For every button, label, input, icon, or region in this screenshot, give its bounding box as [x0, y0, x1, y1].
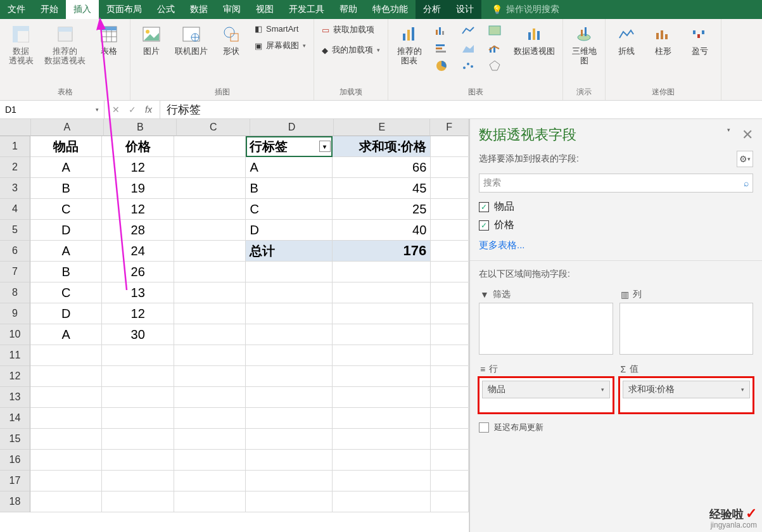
cell[interactable]: C: [30, 199, 103, 220]
cell[interactable]: [174, 157, 246, 178]
cell[interactable]: 价格: [102, 136, 174, 157]
cell[interactable]: B: [30, 178, 103, 199]
col-header-C[interactable]: C: [177, 119, 250, 136]
menu-tab-12[interactable]: 设计: [448, 0, 481, 19]
col-header-B[interactable]: B: [104, 119, 177, 136]
cell[interactable]: [431, 157, 469, 178]
cell[interactable]: [174, 282, 246, 303]
row-header[interactable]: 14: [0, 408, 30, 429]
cell[interactable]: 13: [102, 282, 174, 303]
cell[interactable]: 19: [102, 178, 174, 199]
pivot-row-value[interactable]: 66: [333, 157, 431, 178]
cell[interactable]: A: [30, 241, 103, 262]
filters-drop-area[interactable]: [479, 303, 613, 355]
row-header[interactable]: 8: [0, 282, 30, 303]
cell[interactable]: [333, 429, 431, 450]
cell[interactable]: [333, 366, 431, 387]
fx-icon[interactable]: fx: [145, 104, 152, 115]
cell[interactable]: [174, 366, 246, 387]
cell[interactable]: [431, 178, 469, 199]
menu-tab-1[interactable]: 开始: [33, 0, 66, 19]
cell[interactable]: [431, 408, 469, 429]
cell[interactable]: 12: [102, 157, 174, 178]
menu-tab-8[interactable]: 开发工具: [281, 0, 332, 19]
cell[interactable]: [174, 491, 246, 512]
cancel-icon[interactable]: ✕: [112, 104, 120, 115]
cell[interactable]: 24: [102, 241, 174, 262]
close-icon[interactable]: ✕: [742, 127, 753, 143]
cell[interactable]: [174, 241, 246, 262]
cell[interactable]: 26: [102, 262, 174, 282]
cell[interactable]: [30, 471, 103, 491]
cell[interactable]: [102, 471, 174, 491]
cell[interactable]: [333, 324, 431, 345]
cell[interactable]: [174, 387, 246, 408]
pivot-table-button[interactable]: 数据 透视表: [5, 23, 37, 67]
menu-tab-6[interactable]: 审阅: [215, 0, 248, 19]
cell[interactable]: [333, 450, 431, 471]
defer-layout-checkbox[interactable]: 延迟布局更新: [470, 415, 762, 440]
cell[interactable]: [333, 282, 431, 303]
cell[interactable]: B: [30, 262, 103, 282]
cell[interactable]: [246, 345, 332, 366]
cell[interactable]: [102, 345, 174, 366]
cell[interactable]: 28: [102, 220, 174, 241]
my-addins-button[interactable]: ◆ 我的加载项 ▾: [319, 43, 383, 57]
cell[interactable]: [333, 387, 431, 408]
cell[interactable]: [431, 303, 469, 324]
col-header-D[interactable]: D: [250, 119, 334, 136]
cell[interactable]: [102, 491, 174, 512]
spreadsheet-grid[interactable]: ABCDEF1物品价格行标签▾求和项:价格2A12A663B19B454C12C…: [0, 119, 469, 532]
cell[interactable]: [30, 491, 103, 512]
pivot-row-label[interactable]: B: [246, 178, 332, 199]
row-header[interactable]: 5: [0, 220, 30, 241]
radar-chart-icon[interactable]: [483, 58, 506, 73]
pivot-row-label[interactable]: A: [246, 157, 332, 178]
screenshot-button[interactable]: ▣ 屏幕截图 ▾: [252, 39, 308, 53]
cell[interactable]: [174, 199, 246, 220]
row-header[interactable]: 7: [0, 262, 30, 282]
cell[interactable]: [431, 324, 469, 345]
cell[interactable]: [102, 387, 174, 408]
cell[interactable]: [102, 408, 174, 429]
cell[interactable]: [30, 387, 103, 408]
cell[interactable]: 12: [102, 303, 174, 324]
cell[interactable]: A: [30, 324, 103, 345]
row-header[interactable]: 17: [0, 471, 30, 491]
cell[interactable]: [246, 471, 332, 491]
cell[interactable]: [102, 450, 174, 471]
cell[interactable]: [30, 450, 103, 471]
row-header[interactable]: 10: [0, 324, 30, 345]
pivot-chart-button[interactable]: 数据透视图: [511, 23, 557, 58]
cell[interactable]: [431, 262, 469, 282]
sparkline-line-button[interactable]: 折线: [611, 23, 642, 58]
cell[interactable]: [431, 471, 469, 491]
cell[interactable]: [333, 471, 431, 491]
pivot-row-value[interactable]: 40: [333, 220, 431, 241]
scatter-chart-icon[interactable]: [457, 58, 479, 73]
cell[interactable]: [431, 491, 469, 512]
map3d-button[interactable]: 三维地 图: [568, 23, 600, 67]
cell[interactable]: D: [30, 220, 103, 241]
combo-chart-icon[interactable]: [483, 41, 506, 56]
row-header[interactable]: 9: [0, 303, 30, 324]
cell[interactable]: [431, 387, 469, 408]
enter-icon[interactable]: ✓: [129, 104, 136, 115]
filter-dropdown-icon[interactable]: ▾: [319, 141, 331, 152]
pivot-row-value[interactable]: 45: [333, 178, 431, 199]
cell[interactable]: [174, 136, 246, 157]
cell[interactable]: [174, 450, 246, 471]
map-chart-icon[interactable]: [483, 23, 506, 38]
recommended-charts-button[interactable]: 推荐的 图表: [393, 23, 425, 67]
area-chart-icon[interactable]: [457, 41, 479, 56]
pivot-total-value[interactable]: 176: [333, 241, 431, 262]
rows-drop-area[interactable]: 物品 ▾: [479, 377, 613, 413]
cell[interactable]: A: [30, 157, 103, 178]
cell[interactable]: [431, 366, 469, 387]
cell[interactable]: [246, 429, 332, 450]
menu-tab-9[interactable]: 帮助: [332, 0, 365, 19]
row-header[interactable]: 2: [0, 157, 30, 178]
cell[interactable]: [30, 366, 103, 387]
cell[interactable]: [246, 491, 332, 512]
cell[interactable]: [30, 429, 103, 450]
